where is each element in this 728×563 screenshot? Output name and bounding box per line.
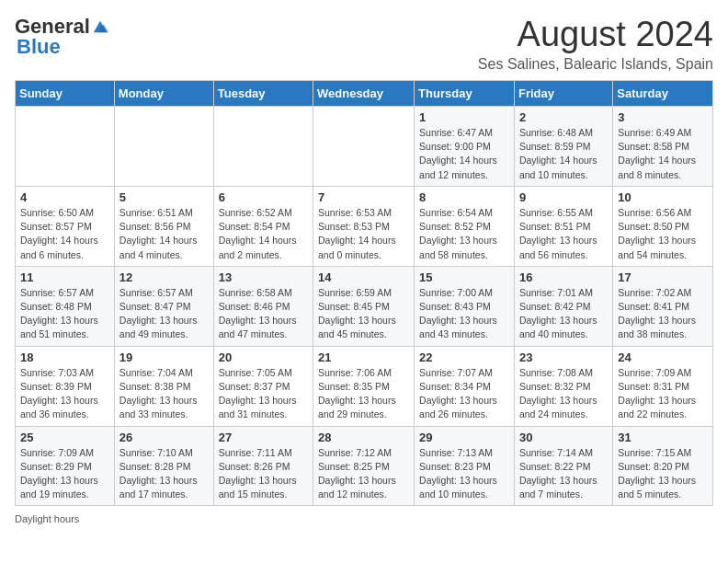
day-number: 31: [618, 431, 708, 444]
day-info: Sunrise: 7:01 AM Sunset: 8:42 PM Dayligh…: [519, 286, 608, 342]
day-info: Sunrise: 6:53 AM Sunset: 8:53 PM Dayligh…: [318, 206, 409, 262]
day-number: 3: [618, 110, 708, 124]
day-info: Sunrise: 7:15 AM Sunset: 8:20 PM Dayligh…: [618, 446, 708, 502]
day-info: Sunrise: 7:09 AM Sunset: 8:29 PM Dayligh…: [20, 446, 109, 502]
day-info: Sunrise: 7:11 AM Sunset: 8:26 PM Dayligh…: [219, 446, 308, 502]
day-info: Sunrise: 6:59 AM Sunset: 8:45 PM Dayligh…: [318, 286, 409, 342]
cell-week5-day3: 28Sunrise: 7:12 AM Sunset: 8:25 PM Dayli…: [313, 426, 415, 506]
header-friday: Friday: [514, 81, 612, 107]
day-number: 26: [119, 431, 209, 444]
day-info: Sunrise: 6:51 AM Sunset: 8:56 PM Dayligh…: [119, 206, 209, 262]
day-number: 16: [519, 270, 608, 284]
cell-week5-day5: 30Sunrise: 7:14 AM Sunset: 8:22 PM Dayli…: [514, 426, 612, 506]
cell-week5-day2: 27Sunrise: 7:11 AM Sunset: 8:26 PM Dayli…: [213, 426, 313, 506]
day-number: 4: [20, 190, 109, 204]
cell-week5-day0: 25Sunrise: 7:09 AM Sunset: 8:29 PM Dayli…: [16, 426, 115, 506]
week-row-3: 11Sunrise: 6:57 AM Sunset: 8:48 PM Dayli…: [16, 266, 713, 346]
day-info: Sunrise: 7:10 AM Sunset: 8:28 PM Dayligh…: [119, 446, 209, 502]
header-row: SundayMondayTuesdayWednesdayThursdayFrid…: [16, 81, 713, 107]
day-info: Sunrise: 7:12 AM Sunset: 8:25 PM Dayligh…: [318, 446, 409, 502]
day-number: 24: [618, 350, 708, 364]
week-row-5: 25Sunrise: 7:09 AM Sunset: 8:29 PM Dayli…: [16, 426, 713, 506]
day-number: 25: [20, 431, 109, 444]
logo-icon: [92, 18, 108, 35]
day-info: Sunrise: 7:00 AM Sunset: 8:43 PM Dayligh…: [419, 286, 509, 342]
day-info: Sunrise: 7:02 AM Sunset: 8:41 PM Dayligh…: [618, 286, 708, 342]
logo-blue-text: Blue: [17, 35, 61, 59]
title-area: August 2024 Ses Salines, Balearic Island…: [478, 15, 713, 73]
week-row-4: 18Sunrise: 7:03 AM Sunset: 8:39 PM Dayli…: [16, 346, 713, 426]
day-info: Sunrise: 6:49 AM Sunset: 8:58 PM Dayligh…: [618, 126, 708, 182]
cell-week4-day1: 19Sunrise: 7:04 AM Sunset: 8:38 PM Dayli…: [114, 346, 213, 426]
day-number: 11: [20, 270, 109, 284]
day-number: 2: [519, 110, 608, 124]
header-wednesday: Wednesday: [313, 81, 415, 107]
footer-text: Daylight hours: [15, 513, 79, 524]
cell-week2-day0: 4Sunrise: 6:50 AM Sunset: 8:57 PM Daylig…: [16, 186, 115, 266]
cell-week4-day5: 23Sunrise: 7:08 AM Sunset: 8:32 PM Dayli…: [514, 346, 612, 426]
day-number: 18: [20, 350, 109, 364]
cell-week4-day4: 22Sunrise: 7:07 AM Sunset: 8:34 PM Dayli…: [415, 346, 515, 426]
cell-week3-day0: 11Sunrise: 6:57 AM Sunset: 8:48 PM Dayli…: [16, 266, 115, 346]
day-number: 23: [519, 350, 608, 364]
day-number: 28: [318, 431, 409, 444]
cell-week3-day6: 17Sunrise: 7:02 AM Sunset: 8:41 PM Dayli…: [613, 266, 713, 346]
cell-week2-day6: 10Sunrise: 6:56 AM Sunset: 8:50 PM Dayli…: [613, 186, 713, 266]
day-info: Sunrise: 7:08 AM Sunset: 8:32 PM Dayligh…: [519, 366, 608, 422]
day-number: 6: [219, 190, 308, 204]
day-info: Sunrise: 6:54 AM Sunset: 8:52 PM Dayligh…: [419, 206, 509, 262]
day-info: Sunrise: 7:05 AM Sunset: 8:37 PM Dayligh…: [219, 366, 308, 422]
cell-week2-day4: 8Sunrise: 6:54 AM Sunset: 8:52 PM Daylig…: [415, 186, 515, 266]
header-sunday: Sunday: [16, 81, 115, 107]
cell-week3-day5: 16Sunrise: 7:01 AM Sunset: 8:42 PM Dayli…: [514, 266, 612, 346]
cell-week5-day6: 31Sunrise: 7:15 AM Sunset: 8:20 PM Dayli…: [613, 426, 713, 506]
cell-week5-day4: 29Sunrise: 7:13 AM Sunset: 8:23 PM Dayli…: [415, 426, 515, 506]
cell-week1-day4: 1Sunrise: 6:47 AM Sunset: 9:00 PM Daylig…: [415, 107, 515, 187]
day-number: 5: [119, 190, 209, 204]
day-info: Sunrise: 7:06 AM Sunset: 8:35 PM Dayligh…: [318, 366, 409, 422]
day-number: 7: [318, 190, 409, 204]
day-info: Sunrise: 6:47 AM Sunset: 9:00 PM Dayligh…: [419, 126, 509, 182]
day-number: 10: [618, 190, 708, 204]
day-number: 13: [219, 270, 308, 284]
day-number: 27: [219, 431, 308, 444]
day-number: 15: [419, 270, 509, 284]
header-tuesday: Tuesday: [213, 81, 313, 107]
day-number: 22: [419, 350, 509, 364]
day-info: Sunrise: 7:03 AM Sunset: 8:39 PM Dayligh…: [20, 366, 109, 422]
location-title: Ses Salines, Balearic Islands, Spain: [478, 56, 713, 73]
day-number: 30: [519, 431, 608, 444]
day-info: Sunrise: 7:13 AM Sunset: 8:23 PM Dayligh…: [419, 446, 509, 502]
cell-week5-day1: 26Sunrise: 7:10 AM Sunset: 8:28 PM Dayli…: [114, 426, 213, 506]
day-info: Sunrise: 6:55 AM Sunset: 8:51 PM Dayligh…: [519, 206, 608, 262]
day-info: Sunrise: 6:56 AM Sunset: 8:50 PM Dayligh…: [618, 206, 708, 262]
cell-week4-day2: 20Sunrise: 7:05 AM Sunset: 8:37 PM Dayli…: [213, 346, 313, 426]
day-info: Sunrise: 7:09 AM Sunset: 8:31 PM Dayligh…: [618, 366, 708, 422]
day-info: Sunrise: 6:52 AM Sunset: 8:54 PM Dayligh…: [219, 206, 308, 262]
cell-week3-day1: 12Sunrise: 6:57 AM Sunset: 8:47 PM Dayli…: [114, 266, 213, 346]
day-number: 29: [419, 431, 509, 444]
day-info: Sunrise: 6:50 AM Sunset: 8:57 PM Dayligh…: [20, 206, 109, 262]
cell-week4-day0: 18Sunrise: 7:03 AM Sunset: 8:39 PM Dayli…: [16, 346, 115, 426]
cell-week3-day3: 14Sunrise: 6:59 AM Sunset: 8:45 PM Dayli…: [313, 266, 415, 346]
day-info: Sunrise: 6:58 AM Sunset: 8:46 PM Dayligh…: [219, 286, 308, 342]
day-info: Sunrise: 7:14 AM Sunset: 8:22 PM Dayligh…: [519, 446, 608, 502]
day-number: 9: [519, 190, 608, 204]
week-row-2: 4Sunrise: 6:50 AM Sunset: 8:57 PM Daylig…: [16, 186, 713, 266]
header-saturday: Saturday: [613, 81, 713, 107]
footer-note: Daylight hours: [15, 513, 713, 524]
day-info: Sunrise: 6:48 AM Sunset: 8:59 PM Dayligh…: [519, 126, 608, 182]
day-number: 19: [119, 350, 209, 364]
month-title: August 2024: [478, 15, 713, 54]
cell-week2-day1: 5Sunrise: 6:51 AM Sunset: 8:56 PM Daylig…: [114, 186, 213, 266]
header-thursday: Thursday: [415, 81, 515, 107]
cell-week4-day3: 21Sunrise: 7:06 AM Sunset: 8:35 PM Dayli…: [313, 346, 415, 426]
page-header: General Blue August 2024 Ses Salines, Ba…: [15, 15, 713, 73]
cell-week3-day4: 15Sunrise: 7:00 AM Sunset: 8:43 PM Dayli…: [415, 266, 515, 346]
day-number: 14: [318, 270, 409, 284]
cell-week1-day1: [114, 107, 213, 187]
day-info: Sunrise: 7:04 AM Sunset: 8:38 PM Dayligh…: [119, 366, 209, 422]
cell-week2-day2: 6Sunrise: 6:52 AM Sunset: 8:54 PM Daylig…: [213, 186, 313, 266]
day-number: 17: [618, 270, 708, 284]
day-info: Sunrise: 6:57 AM Sunset: 8:48 PM Dayligh…: [20, 286, 109, 342]
